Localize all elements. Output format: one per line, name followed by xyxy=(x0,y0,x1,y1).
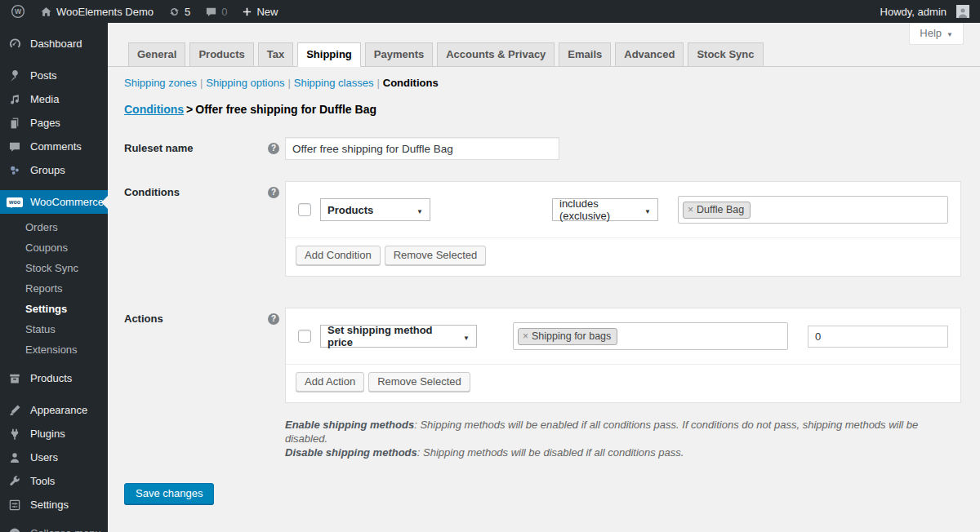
tab-general[interactable]: General xyxy=(128,42,185,66)
comments-bubble-icon xyxy=(205,6,217,18)
subnav-separator: | xyxy=(200,77,203,89)
site-name-link[interactable]: WooElements Demo xyxy=(33,0,161,23)
remove-tag-icon[interactable] xyxy=(688,204,693,215)
note-disable-shipping: Disable shipping methods: Shipping metho… xyxy=(285,446,961,459)
products-box-icon xyxy=(7,372,23,385)
pages-icon xyxy=(7,117,23,130)
page-title: Offer free shipping for Duffle Bag xyxy=(195,103,376,116)
tab-stock-sync[interactable]: Stock Sync xyxy=(688,42,763,66)
settings-content: Help General Products Tax Shipping Payme… xyxy=(108,23,980,532)
remove-selected-actions-button[interactable]: Remove Selected xyxy=(368,372,470,392)
tab-products[interactable]: Products xyxy=(189,42,253,66)
user-icon xyxy=(7,451,23,464)
sidebar-item-label: Collapse menu xyxy=(30,527,101,532)
tab-tax[interactable]: Tax xyxy=(258,42,293,66)
home-icon xyxy=(40,6,52,18)
wordpress-logo-menu[interactable]: W xyxy=(3,0,33,23)
tab-shipping[interactable]: Shipping xyxy=(297,42,361,67)
woo-badge-text: woo xyxy=(7,197,23,207)
updates-link[interactable]: 5 xyxy=(161,0,198,23)
howdy-label: Howdy, admin xyxy=(880,6,947,18)
sidebar-item-users[interactable]: Users xyxy=(0,446,108,469)
save-changes-button[interactable]: Save changes xyxy=(124,483,214,504)
sidebar-item-label: Posts xyxy=(30,69,57,82)
submenu-item-status[interactable]: Status xyxy=(0,319,108,339)
plug-icon xyxy=(7,428,23,441)
sidebar-item-media[interactable]: Media xyxy=(0,87,108,111)
select-arrow-icon xyxy=(457,330,470,343)
breadcrumb-conditions-link[interactable]: Conditions xyxy=(124,103,184,116)
remove-tag-icon[interactable] xyxy=(523,330,528,342)
condition-operator-select[interactable]: includes (exclusive) xyxy=(552,198,658,221)
submenu-item-reports[interactable]: Reports xyxy=(0,278,108,299)
add-condition-button[interactable]: Add Condition xyxy=(296,246,381,265)
admin-sidebar: Dashboard Posts Media Pages Comments xyxy=(0,23,108,532)
submenu-label: Stock Sync xyxy=(25,262,78,274)
new-content-button[interactable]: New xyxy=(234,0,285,23)
action-shipping-methods-field[interactable]: Shipping for bags xyxy=(513,322,788,350)
condition-checkbox[interactable] xyxy=(298,203,311,216)
sidebar-item-appearance[interactable]: Appearance xyxy=(0,398,108,422)
sidebar-item-label: Dashboard xyxy=(30,38,82,50)
subnav-link-shipping-options[interactable]: Shipping options xyxy=(206,77,284,89)
subnav-separator: | xyxy=(287,77,290,89)
comments-count: 0 xyxy=(221,6,227,18)
submenu-item-settings[interactable]: Settings xyxy=(0,299,108,319)
submenu-item-extensions[interactable]: Extensions xyxy=(0,339,108,360)
sidebar-item-groups[interactable]: Groups xyxy=(0,158,108,182)
action-price-input[interactable] xyxy=(808,326,948,348)
wordpress-logo-icon: W xyxy=(11,4,25,19)
tab-emails[interactable]: Emails xyxy=(559,42,611,66)
sidebar-item-label: Tools xyxy=(30,475,55,487)
condition-type-value: Products xyxy=(327,204,373,216)
collapse-arrow-icon xyxy=(7,527,23,532)
submenu-label: Settings xyxy=(25,303,67,315)
settings-sliders-icon xyxy=(7,499,23,512)
updates-count: 5 xyxy=(185,6,190,18)
submenu-item-orders[interactable]: Orders xyxy=(0,217,108,237)
sidebar-item-tools[interactable]: Tools xyxy=(0,469,108,493)
sidebar-item-label: Groups xyxy=(30,164,65,176)
tab-accounts-privacy[interactable]: Accounts & Privacy xyxy=(437,42,555,66)
remove-selected-conditions-button[interactable]: Remove Selected xyxy=(385,246,487,265)
action-checkbox[interactable] xyxy=(298,330,311,343)
sidebar-item-pages[interactable]: Pages xyxy=(0,111,108,135)
subnav-link-shipping-zones[interactable]: Shipping zones xyxy=(124,77,197,89)
sidebar-item-posts[interactable]: Posts xyxy=(0,64,108,87)
svg-text:W: W xyxy=(15,7,22,16)
condition-products-field[interactable]: Duffle Bag xyxy=(678,196,948,224)
select-arrow-icon xyxy=(638,204,651,216)
tab-advanced[interactable]: Advanced xyxy=(615,42,684,66)
conditions-row: Conditions Products includes (exclusive) xyxy=(124,181,961,277)
subnav-link-shipping-classes[interactable]: Shipping classes xyxy=(294,77,374,89)
comments-link[interactable]: 0 xyxy=(198,0,234,23)
plus-icon xyxy=(242,7,252,17)
submenu-item-stock-sync[interactable]: Stock Sync xyxy=(0,258,108,278)
collapse-menu-button[interactable]: Collapse menu xyxy=(0,521,108,532)
dashboard-icon xyxy=(7,37,23,51)
help-icon[interactable] xyxy=(268,313,279,325)
sidebar-item-label: WooCommerce xyxy=(30,196,104,208)
paintbrush-icon xyxy=(7,404,23,417)
ruleset-name-input[interactable] xyxy=(285,137,559,160)
help-icon[interactable] xyxy=(268,143,279,154)
sidebar-item-settings[interactable]: Settings xyxy=(0,493,108,516)
sidebar-item-comments[interactable]: Comments xyxy=(0,135,108,158)
sidebar-item-woocommerce[interactable]: woo WooCommerce xyxy=(0,190,108,214)
sidebar-item-label: Settings xyxy=(30,499,69,511)
sidebar-item-products[interactable]: Products xyxy=(0,366,108,390)
action-type-select[interactable]: Set shipping method price xyxy=(320,325,477,348)
submenu-label: Reports xyxy=(25,282,63,295)
submenu-item-coupons[interactable]: Coupons xyxy=(0,237,108,258)
account-menu[interactable]: Howdy, admin xyxy=(873,5,977,18)
sidebar-item-plugins[interactable]: Plugins xyxy=(0,422,108,446)
wrench-icon xyxy=(7,475,23,488)
tab-payments[interactable]: Payments xyxy=(365,42,433,66)
help-dropdown-button[interactable]: Help xyxy=(909,23,964,45)
condition-type-select[interactable]: Products xyxy=(320,198,430,221)
help-icon[interactable] xyxy=(268,187,279,198)
add-action-button[interactable]: Add Action xyxy=(296,372,364,392)
notes-row: Enable shipping methods: Shipping method… xyxy=(124,418,961,459)
action-type-value: Set shipping method price xyxy=(327,324,457,348)
sidebar-item-dashboard[interactable]: Dashboard xyxy=(0,32,108,55)
